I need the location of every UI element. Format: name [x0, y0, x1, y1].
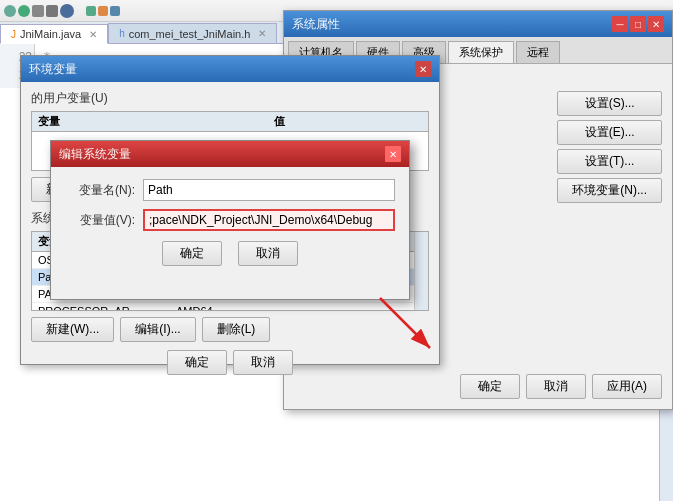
edit-dialog-form: 变量名(N): 变量值(V): 确定 取消 [51, 167, 409, 278]
tab-sys-protection[interactable]: 系统保护 [448, 41, 514, 63]
settings-s-button[interactable]: 设置(S)... [557, 91, 662, 116]
sys-props-minimize[interactable]: ─ [612, 16, 628, 32]
tab-java-icon: J [11, 29, 16, 40]
env-user-vars-text: 的用户变量(U) [31, 91, 108, 105]
sys-cancel-button[interactable]: 取消 [526, 374, 586, 399]
sys-ok-button[interactable]: 确定 [460, 374, 520, 399]
edit-cancel-button[interactable]: 取消 [238, 241, 298, 266]
env-sys-btns: 新建(W)... 编辑(I)... 删除(L) [31, 317, 429, 342]
toolbar-icon-1 [4, 5, 16, 17]
tab-jnimain-h[interactable]: h com_mei_test_JniMain.h ✕ [108, 23, 277, 43]
env-dialog-titlebar: 环境变量 ✕ [21, 56, 439, 82]
toolbar-icon-3 [32, 5, 44, 17]
tab-jnimain-h-label: com_mei_test_JniMain.h [129, 28, 251, 40]
toolbar-icon-7 [98, 6, 108, 16]
env-cancel-button[interactable]: 取消 [233, 350, 293, 375]
sys-props-titlebar: 系统属性 ─ □ ✕ [284, 11, 672, 37]
tab-close-icon[interactable]: ✕ [89, 29, 97, 40]
toolbar-icon-2 [18, 5, 30, 17]
env-sys-delete-button[interactable]: 删除(L) [202, 317, 271, 342]
tab-remote-label: 远程 [527, 46, 549, 58]
tab-sys-protection-label: 系统保护 [459, 46, 503, 58]
settings-e-button[interactable]: 设置(E)... [557, 120, 662, 145]
edit-dialog-title-label: 编辑系统变量 [59, 146, 131, 163]
env-ok-button[interactable]: 确定 [167, 350, 227, 375]
sys-table-scrollbar[interactable] [414, 232, 428, 310]
tab-h-close-icon[interactable]: ✕ [258, 28, 266, 39]
sys-apply-button[interactable]: 应用(A) [592, 374, 662, 399]
edit-value-row: 变量值(V): [65, 209, 395, 231]
sys-bottom-buttons: 确定 取消 应用(A) [460, 374, 662, 399]
edit-value-input[interactable] [143, 209, 395, 231]
env-user-table: 变量 值 [32, 112, 428, 132]
sys-right-buttons: 设置(S)... 设置(E)... 设置(T)... 环境变量(N)... [557, 91, 662, 203]
edit-ok-button[interactable]: 确定 [162, 241, 222, 266]
edit-value-label: 变量值(V): [65, 212, 135, 229]
tab-remote[interactable]: 远程 [516, 41, 560, 63]
tab-h-icon: h [119, 28, 125, 39]
edit-name-label: 变量名(N): [65, 182, 135, 199]
env-dialog-title-label: 环境变量 [29, 61, 77, 78]
edit-name-row: 变量名(N): [65, 179, 395, 201]
settings-t-button[interactable]: 设置(T)... [557, 149, 662, 174]
env-bottom-buttons: 确定 取消 [21, 350, 439, 375]
env-user-col-val: 值 [268, 112, 428, 132]
edit-dialog-titlebar: 编辑系统变量 ✕ [51, 141, 409, 167]
env-sys-edit-button[interactable]: 编辑(I)... [120, 317, 195, 342]
toolbar-icon-5 [60, 4, 74, 18]
edit-sys-var-dialog: 编辑系统变量 ✕ 变量名(N): 变量值(V): 确定 取消 [50, 140, 410, 300]
edit-name-input[interactable] [143, 179, 395, 201]
env-user-vars-label: 的用户变量(U) [31, 90, 429, 107]
toolbar-icon-4 [46, 5, 58, 17]
tab-jnimain-java-label: JniMain.java [20, 28, 81, 40]
edit-bottom-buttons: 确定 取消 [65, 241, 395, 266]
env-sys-row-proc-var: PROCESSOR_AR [32, 303, 170, 312]
env-sys-row-proc-val: AMD64 [170, 303, 428, 312]
env-dialog-close[interactable]: ✕ [415, 61, 431, 77]
env-sys-new-button[interactable]: 新建(W)... [31, 317, 114, 342]
sys-props-maximize[interactable]: □ [630, 16, 646, 32]
env-user-col-var: 变量 [32, 112, 268, 132]
env-sys-row-proc[interactable]: PROCESSOR_AR AMD64 [32, 303, 428, 312]
edit-dialog-close-button[interactable]: ✕ [385, 146, 401, 162]
sys-props-title: 系统属性 [292, 16, 340, 33]
sys-props-close[interactable]: ✕ [648, 16, 664, 32]
toolbar-icon-6 [86, 6, 96, 16]
toolbar-icon-8 [110, 6, 120, 16]
tab-jnimain-java[interactable]: J JniMain.java ✕ [0, 24, 108, 44]
env-vars-button[interactable]: 环境变量(N)... [557, 178, 662, 203]
